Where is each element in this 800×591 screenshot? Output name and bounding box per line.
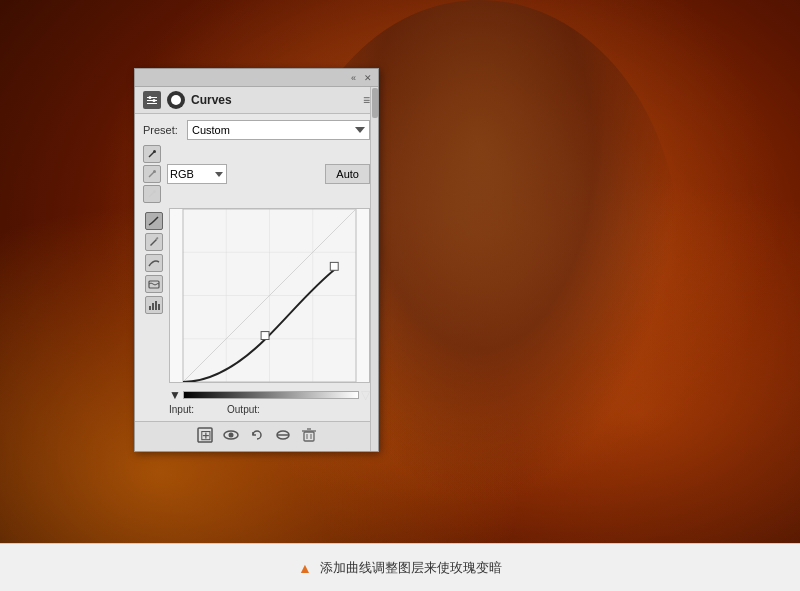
clip-button[interactable] bbox=[275, 427, 291, 446]
properties-panel: « ✕ Curves ≡ Preset: bbox=[134, 68, 379, 452]
caption-text: 添加曲线调整图层来使玫瑰变暗 bbox=[320, 559, 502, 577]
add-adjustment-button[interactable]: ⊞ bbox=[197, 427, 213, 446]
pencil-curve-tool[interactable] bbox=[145, 233, 163, 251]
bottom-gradient-row: ▼ ▽ bbox=[169, 388, 370, 402]
auto-button[interactable]: Auto bbox=[325, 164, 370, 184]
preset-select[interactable]: Custom Default Strong Contrast Linear Co… bbox=[187, 120, 370, 140]
channel-mask-tool[interactable] bbox=[145, 275, 163, 293]
svg-rect-14 bbox=[152, 303, 154, 310]
svg-line-5 bbox=[149, 152, 154, 157]
svg-point-6 bbox=[153, 150, 156, 153]
reset-button[interactable] bbox=[249, 427, 265, 446]
svg-text:⊞: ⊞ bbox=[200, 427, 212, 443]
panel-content: Preset: Custom Default Strong Contrast L… bbox=[135, 114, 378, 421]
panel-header: Curves ≡ bbox=[135, 87, 378, 114]
panel-toolbar: ⊞ bbox=[135, 421, 378, 451]
channel-select[interactable]: RGB Red Green Blue bbox=[167, 164, 227, 184]
svg-point-4 bbox=[153, 99, 156, 102]
svg-rect-15 bbox=[155, 301, 157, 310]
curve-graph-svg[interactable] bbox=[169, 208, 370, 383]
adjustment-icon bbox=[143, 91, 161, 109]
svg-rect-16 bbox=[158, 304, 160, 310]
svg-point-10 bbox=[153, 190, 156, 193]
svg-rect-13 bbox=[149, 306, 151, 310]
panel-menu-button[interactable]: ≡ bbox=[363, 93, 370, 107]
white-point-triangle[interactable]: ▽ bbox=[361, 388, 370, 402]
collapse-button[interactable]: « bbox=[349, 73, 358, 83]
scroll-thumb[interactable] bbox=[372, 88, 378, 118]
svg-rect-26 bbox=[261, 332, 269, 340]
panel-title: Curves bbox=[191, 93, 232, 107]
caption-bar: ▲ 添加曲线调整图层来使玫瑰变暗 bbox=[0, 543, 800, 591]
preset-label: Preset: bbox=[143, 124, 181, 136]
curves-area: ▼ ▽ bbox=[143, 208, 370, 402]
eyedropper-shadow-tool[interactable] bbox=[143, 145, 161, 163]
rgb-row: RGB Red Green Blue Auto bbox=[143, 145, 370, 203]
svg-point-31 bbox=[228, 433, 233, 438]
svg-point-3 bbox=[149, 96, 152, 99]
histogram-tool[interactable] bbox=[145, 296, 163, 314]
header-left: Curves bbox=[143, 91, 232, 109]
svg-line-9 bbox=[149, 192, 154, 197]
visibility-button[interactable] bbox=[223, 427, 239, 446]
panel-scrollbar[interactable] bbox=[370, 87, 378, 451]
svg-point-8 bbox=[153, 170, 156, 173]
curve-graph-wrapper[interactable]: ▼ ▽ bbox=[169, 208, 370, 402]
preset-row: Preset: Custom Default Strong Contrast L… bbox=[143, 120, 370, 140]
svg-rect-2 bbox=[147, 103, 157, 104]
svg-rect-27 bbox=[330, 262, 338, 270]
svg-rect-34 bbox=[304, 432, 314, 441]
delete-button[interactable] bbox=[301, 427, 317, 446]
input-output-row: Input: Output: bbox=[143, 404, 370, 415]
output-label: Output: bbox=[227, 404, 260, 415]
background bbox=[0, 0, 800, 591]
smooth-curve-tool[interactable] bbox=[145, 254, 163, 272]
tool-column bbox=[143, 145, 161, 203]
panel-mode-icon[interactable] bbox=[167, 91, 185, 109]
left-tool-column bbox=[143, 208, 165, 402]
black-point-triangle[interactable]: ▼ bbox=[169, 388, 181, 402]
eyedropper-highlight-tool[interactable] bbox=[143, 185, 161, 203]
svg-line-7 bbox=[149, 172, 154, 177]
close-button[interactable]: ✕ bbox=[362, 73, 374, 83]
caption-icon: ▲ bbox=[298, 560, 312, 576]
input-label: Input: bbox=[169, 404, 194, 415]
point-curve-tool[interactable] bbox=[145, 212, 163, 230]
gradient-slider[interactable] bbox=[183, 391, 359, 399]
panel-titlebar: « ✕ bbox=[135, 69, 378, 87]
eyedropper-midtone-tool[interactable] bbox=[143, 165, 161, 183]
